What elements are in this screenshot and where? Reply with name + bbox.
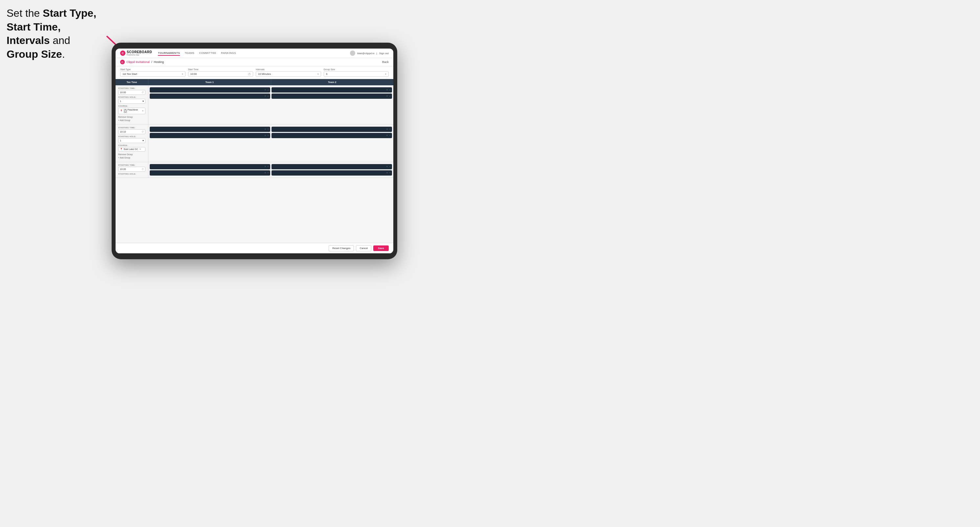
slot-plus-icon-11[interactable]: + <box>389 165 391 168</box>
clock-icon-2: ⏱ <box>142 130 144 133</box>
main-content: STARTING TIME: 10:00 ⏱ STARTING HOLE: 1 … <box>116 85 393 243</box>
slot-x-icon-8[interactable]: ✕ <box>386 134 388 137</box>
slot-x-icon-9[interactable]: ✕ <box>264 165 266 168</box>
slot-plus-icon-3[interactable]: + <box>389 89 391 92</box>
instruction-text: Set the Start Type, Start Time, Interval… <box>6 6 105 61</box>
course-tag-1[interactable]: 📍 (A) Peachtree GC ✕ <box>118 108 145 114</box>
slot-x-icon-4[interactable]: ✕ <box>386 95 388 97</box>
player-slot-3-2: ✕ + <box>150 133 270 138</box>
player-slot-6-1: ✕ + <box>272 164 392 169</box>
starting-time-value-2: 10:10 <box>120 130 126 133</box>
slot-plus-icon-10[interactable]: + <box>267 171 269 174</box>
slot-plus-icon-7[interactable]: + <box>389 128 391 130</box>
slot-plus-icon[interactable]: + <box>267 89 269 92</box>
remove-course-2[interactable]: ✕ <box>139 148 141 151</box>
course-icon-1: 📍 <box>120 110 123 112</box>
nav-tab-rankings[interactable]: RANKINGS <box>221 51 236 56</box>
slot-x-icon-6[interactable]: ✕ <box>264 134 266 137</box>
logo-text: SCOREBOARD <box>127 51 152 54</box>
settings-row: Start Type 1st Tee Start ▾ Start Time 10… <box>116 66 393 79</box>
user-avatar <box>350 51 355 56</box>
start-time-value: 10:00 <box>191 73 197 75</box>
slot-x-icon-3[interactable]: ✕ <box>386 89 388 91</box>
hole-value-2: 1 <box>120 139 121 142</box>
breadcrumb-section: Hosting <box>154 60 164 63</box>
nav-tab-tournaments[interactable]: TOURNAMENTS <box>158 51 180 56</box>
start-type-label: Start Type <box>120 68 186 71</box>
tee-side-3: STARTING TIME: 10:20 ⏱ STARTING HOLE: <box>116 162 148 178</box>
group-size-label: Group Size <box>324 68 389 71</box>
player-slot-2-1: ✕ + <box>272 87 392 92</box>
remove-group-link-1[interactable]: Remove Group <box>118 116 145 119</box>
slot-x-icon-2[interactable]: ✕ <box>264 95 266 97</box>
starting-time-input-3[interactable]: 10:20 ⏱ <box>118 167 145 171</box>
group-size-select[interactable]: 3 ▾ <box>324 71 389 77</box>
starting-time-value-1: 10:00 <box>120 91 126 94</box>
chevron-down-icon-3: ▾ <box>385 73 387 75</box>
logo-sub: Powered by clipp <box>127 54 152 56</box>
col-tee-time: Tee Time <box>116 79 148 85</box>
starting-time-input-1[interactable]: 10:00 ⏱ <box>118 90 145 95</box>
reset-changes-button[interactable]: Reset Changes <box>329 245 354 251</box>
starting-hole-label-1: STARTING HOLE: <box>118 96 145 98</box>
tablet-frame: C SCOREBOARD Powered by clipp TOURNAMENT… <box>111 43 397 259</box>
slot-plus-icon-6[interactable]: + <box>267 134 269 137</box>
starting-hole-label-3: STARTING HOLE: <box>118 173 145 175</box>
remove-course-1[interactable]: ✕ <box>142 110 144 112</box>
slot-plus-icon-5[interactable]: + <box>267 128 269 130</box>
slot-plus-icon-12[interactable]: + <box>389 171 391 174</box>
slot-plus-icon-2[interactable]: + <box>267 95 269 98</box>
slot-x-icon-12[interactable]: ✕ <box>386 171 388 174</box>
slot-x-icon[interactable]: ✕ <box>264 89 266 91</box>
slot-plus-icon-8[interactable]: + <box>389 134 391 137</box>
hole-select-2[interactable]: 1 ▾ <box>118 138 145 143</box>
start-type-group: Start Type 1st Tee Start ▾ <box>120 68 186 77</box>
cancel-button[interactable]: Cancel <box>356 245 371 251</box>
course-label-2: COURSE: <box>118 144 145 146</box>
team2-col-2: ✕ + ✕ + <box>272 127 392 160</box>
save-button[interactable]: Save <box>373 246 389 251</box>
add-group-link-1[interactable]: + Add Group <box>118 119 145 122</box>
sign-out-link[interactable]: Sign out <box>379 52 389 55</box>
starting-time-label-2: STARTING TIME: <box>118 127 145 129</box>
course-tag-2[interactable]: 📍 East Lake GC ✕ <box>118 147 145 152</box>
back-button[interactable]: Back <box>382 60 389 63</box>
clock-icon-3: ⏱ <box>142 168 144 170</box>
start-time-group: Start Time 10:00 🕐 <box>188 68 253 77</box>
instruction-line: Set the Start Type, Start Time, Interval… <box>6 7 96 60</box>
slot-x-icon-7[interactable]: ✕ <box>386 128 388 130</box>
teams-side-2: ✕ + ✕ + ✕ + ✕ <box>148 125 393 162</box>
table-header: Tee Time Team 1 Team 2 <box>116 79 393 85</box>
user-email: blair@clippd.io <box>357 52 375 55</box>
intervals-label: Intervals <box>256 68 321 71</box>
hole-value-1: 1 <box>120 100 121 103</box>
breadcrumb-tournament[interactable]: Clippd Invitational <box>126 60 150 63</box>
group-block-2: STARTING TIME: 10:10 ⏱ STARTING HOLE: 1 … <box>116 125 393 162</box>
player-slot-5-2: ✕ + <box>150 170 270 176</box>
add-group-link-2[interactable]: + Add Group <box>118 156 145 159</box>
hole-select-1[interactable]: 1 ▾ <box>118 99 145 104</box>
slot-plus-icon-4[interactable]: + <box>389 95 391 98</box>
slot-x-icon-10[interactable]: ✕ <box>264 171 266 174</box>
intervals-select[interactable]: 10 Minutes ▾ <box>256 71 321 77</box>
nav-right: blair@clippd.io | Sign out <box>350 51 389 56</box>
slot-x-icon-5[interactable]: ✕ <box>264 128 266 130</box>
tee-side-1: STARTING TIME: 10:00 ⏱ STARTING HOLE: 1 … <box>116 85 148 124</box>
course-name-1: (A) Peachtree GC <box>124 109 141 113</box>
course-label-1: COURSE: <box>118 105 145 107</box>
start-type-select[interactable]: 1st Tee Start ▾ <box>120 71 186 77</box>
action-links-1: Remove Group + Add Group <box>118 116 145 122</box>
start-time-select[interactable]: 10:00 🕐 <box>188 71 253 77</box>
starting-time-input-2[interactable]: 10:10 ⏱ <box>118 129 145 134</box>
nav-tab-teams[interactable]: TEAMS <box>185 51 194 56</box>
teams-side-1: ✕ + ✕ + ✕ + ✕ <box>148 85 393 124</box>
chevron-down-icon-2: ▾ <box>318 73 319 75</box>
player-slot-5-1: ✕ + <box>150 164 270 169</box>
slot-x-icon-11[interactable]: ✕ <box>386 165 388 168</box>
group-size-value: 3 <box>326 73 327 75</box>
remove-group-link-2[interactable]: Remove Group <box>118 153 145 156</box>
player-slot-3-1: ✕ + <box>150 127 270 132</box>
slot-plus-icon-9[interactable]: + <box>267 165 269 168</box>
nav-tab-committee[interactable]: COMMITTEE <box>199 51 216 56</box>
tee-side-2: STARTING TIME: 10:10 ⏱ STARTING HOLE: 1 … <box>116 125 148 162</box>
